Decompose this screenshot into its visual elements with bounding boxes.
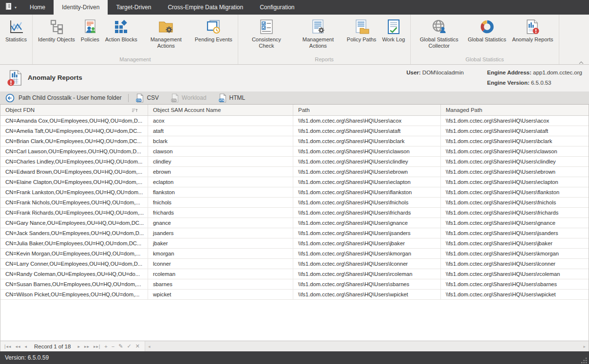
nav-last-record-icon[interactable]: ▸▸| (92, 344, 102, 349)
cell-managed-path: \\fs1.dom.cctec.org\Shares\HQ\Users\bcla… (441, 136, 589, 146)
csv-export-button[interactable]: CSVCSV (135, 93, 159, 103)
nav-post-icon[interactable]: ✓ (125, 343, 133, 349)
document-alert-icon (525, 19, 540, 35)
ribbon-item-label: Management Actions (143, 36, 189, 49)
cell-path: \\fs1.dom.cctec.org\Shares\HQ\Users\claw… (293, 146, 441, 156)
anomaly-report-title-icon (6, 70, 23, 87)
nav-next-page-icon[interactable]: ▸▸ (82, 344, 92, 349)
table-row[interactable]: CN=Charles Lindley,OU=Employees,OU=HQ,OU… (0, 157, 589, 167)
table-row[interactable]: CN=Brian Clark,OU=Employees,OU=HQ,OU=dom… (0, 136, 589, 146)
scroll-right-icon[interactable]: ▸ (580, 344, 589, 349)
cell-object-sam-account-name: acox (148, 116, 293, 126)
html-export-button[interactable]: HTMHTML (218, 93, 246, 103)
cell-managed-path: \\fs1.dom.cctec.org\Shares\HQ\Users\clin… (441, 157, 589, 166)
nav-first-record-icon[interactable]: |◂◂ (2, 344, 13, 349)
table-row[interactable]: CN=Julia Baker,OU=Employees,OU=HQ,OU=dom… (0, 238, 589, 249)
cell-path: \\fs1.dom.cctec.org\Shares\HQ\Users\flan… (293, 187, 441, 197)
scroll-left-icon[interactable]: ◂ (145, 344, 153, 349)
nav-prev-record-icon[interactable]: ◂ (22, 344, 29, 349)
nav-next-record-icon[interactable]: ▸ (76, 344, 82, 349)
table-row[interactable]: CN=Carl Lawson,OU=Employees,OU=HQ,OU=dom… (0, 146, 589, 157)
document-folder-icon (354, 19, 369, 35)
report-toolbar: Path Child Crosstalk - User home folder … (0, 91, 589, 105)
cell-object-sam-account-name: ataft (148, 126, 293, 136)
table-row[interactable]: CN=Jack Sanders,OU=Employees,OU=HQ,OU=do… (0, 228, 589, 238)
horizontal-scrollbar[interactable]: ◂ ▸ (145, 341, 589, 351)
tab-cross-empire-data-migration[interactable]: Cross-Empire Data Migration (159, 0, 251, 15)
cell-object-fdn: CN=Wilson Picket,OU=Employees,OU=HQ,OU=d… (0, 290, 148, 299)
ribbon-group-label: Reports (239, 56, 409, 64)
resize-grip-icon[interactable] (581, 357, 588, 364)
title-tab-bar: ▾ HomeIdentity-DrivenTarget-DrivenCross-… (0, 0, 589, 15)
cell-managed-path: \\fs1.dom.cctec.org\Shares\HQ\Users\jbak… (441, 238, 589, 248)
cell-path: \\fs1.dom.cctec.org\Shares\HQ\Users\fric… (293, 208, 441, 218)
ribbon-item-label: Anomaly Reports (512, 36, 553, 43)
cell-path: \\fs1.dom.cctec.org\Shares\HQ\Users\clin… (293, 157, 441, 166)
table-row[interactable]: CN=Amelia Taft,OU=Employees,OU=HQ,OU=dom… (0, 126, 589, 136)
cell-managed-path: \\fs1.dom.cctec.org\Shares\HQ\Users\fnic… (441, 198, 589, 207)
nav-cancel-icon[interactable]: ✕ (133, 343, 142, 349)
global-statistics-button[interactable]: Global Statistics (465, 17, 509, 44)
cell-object-fdn: CN=Brian Clark,OU=Employees,OU=HQ,OU=dom… (0, 136, 148, 146)
anomaly-reports-button[interactable]: Anomaly Reports (509, 17, 556, 44)
consistency-check-button[interactable]: Consistency Check (241, 17, 292, 50)
back-button[interactable] (5, 93, 15, 103)
table-row[interactable]: CN=Edward Brown,OU=Employees,OU=HQ,OU=do… (0, 167, 589, 177)
table-row[interactable]: CN=Elaine Clapton,OU=Employees,OU=HQ,OU=… (0, 177, 589, 187)
version-label: Version: 6.5.0.59 (5, 354, 49, 361)
cell-managed-path: \\fs1.dom.cctec.org\Shares\HQ\Users\fric… (441, 208, 589, 218)
tab-configuration[interactable]: Configuration (251, 0, 303, 15)
nav-delete-icon[interactable]: − (110, 344, 116, 349)
column-header-managed-path[interactable]: Managed Path (441, 105, 589, 115)
cell-object-fdn: CN=Jack Sanders,OU=Employees,OU=HQ,OU=do… (0, 228, 148, 238)
table-row[interactable]: CN=Kevin Morgan,OU=Employees,OU=HQ,OU=do… (0, 249, 589, 259)
html-file-icon: HTM (218, 93, 229, 103)
ribbon-item-label: Identity Objects (38, 36, 75, 43)
statistics-button[interactable]: Statistics (2, 17, 30, 44)
identity-objects-button[interactable]: Identity Objects (35, 17, 78, 44)
tab-identity-driven[interactable]: Identity-Driven (54, 0, 108, 15)
table-row[interactable]: CN=Gary Nance,OU=Employees,OU=HQ,OU=dom,… (0, 218, 589, 228)
management-actions-button[interactable]: Management Actions (292, 17, 344, 50)
table-row[interactable]: CN=Randy Coleman,OU=Employees,OU=HQ,OU=d… (0, 269, 589, 279)
record-status-label: Record 1 of 18 (34, 344, 71, 349)
column-header-object-sam-account-name[interactable]: Object SAM Account Name (148, 105, 293, 115)
tab-home[interactable]: Home (21, 0, 54, 15)
column-header-object-fdn[interactable]: Object FDN (0, 105, 148, 115)
cell-object-fdn: CN=Kevin Morgan,OU=Employees,OU=HQ,OU=do… (0, 249, 148, 258)
policies-button[interactable]: Policies (78, 17, 102, 44)
cell-object-sam-account-name: rcoleman (148, 269, 293, 279)
cell-object-fdn: CN=Edward Brown,OU=Employees,OU=HQ,OU=do… (0, 167, 148, 177)
report-name-label: Path Child Crosstalk - User home folder (19, 94, 121, 101)
table-row[interactable]: CN=Susan Barnes,OU=Employees,OU=HQ,OU=do… (0, 279, 589, 290)
table-row[interactable]: CN=Frank Lankston,OU=Employees,OU=HQ,OU=… (0, 187, 589, 198)
cell-path: \\fs1.dom.cctec.org\Shares\HQ\Users\fnic… (293, 198, 441, 207)
table-row[interactable]: CN=Wilson Picket,OU=Employees,OU=HQ,OU=d… (0, 290, 589, 300)
tab-target-driven[interactable]: Target-Driven (108, 0, 159, 15)
column-header-path[interactable]: Path (293, 105, 441, 115)
svg-text:CSV: CSV (136, 99, 142, 101)
global-statistics-collector-button[interactable]: Global Statistics Collector (413, 17, 465, 50)
nav-prev-page-icon[interactable]: ◂◂ (13, 344, 22, 349)
table-row[interactable]: CN=Frank Nichols,OU=Employees,OU=HQ,OU=d… (0, 198, 589, 208)
cell-object-fdn: CN=Frank Richards,OU=Employees,OU=HQ,OU=… (0, 208, 148, 218)
table-row[interactable]: CN=Amanda Cox,OU=Employees,OU=HQ,OU=dom,… (0, 116, 589, 126)
collapse-ribbon-icon[interactable] (578, 58, 584, 62)
management-actions-button[interactable]: Management Actions (140, 17, 192, 50)
action-blocks-button[interactable]: Action Blocks (102, 17, 140, 44)
policy-paths-button[interactable]: Policy Paths (344, 17, 380, 44)
app-menu-button[interactable]: ▾ (0, 0, 21, 15)
ribbon-item-label: Global Statistics (468, 36, 506, 43)
cell-object-sam-account-name: bclark (148, 136, 293, 146)
nav-edit-icon[interactable]: ✎ (116, 343, 125, 349)
pending-events-button[interactable]: Pending Events (192, 17, 235, 44)
table-row[interactable]: CN=Larry Conner,OU=Employees,OU=HQ,OU=do… (0, 259, 589, 269)
ribbon-group: Statistics (0, 15, 33, 64)
work-log-button[interactable]: Work Log (379, 17, 408, 44)
cell-managed-path: \\fs1.dom.cctec.org\Shares\HQ\Users\gnan… (441, 218, 589, 228)
cell-managed-path: \\fs1.dom.cctec.org\Shares\HQ\Users\claw… (441, 146, 589, 156)
sort-ascending-icon (132, 108, 138, 113)
table-row[interactable]: CN=Frank Richards,OU=Employees,OU=HQ,OU=… (0, 208, 589, 218)
svg-text:HTM: HTM (219, 99, 224, 101)
nav-append-icon[interactable]: + (102, 344, 109, 349)
